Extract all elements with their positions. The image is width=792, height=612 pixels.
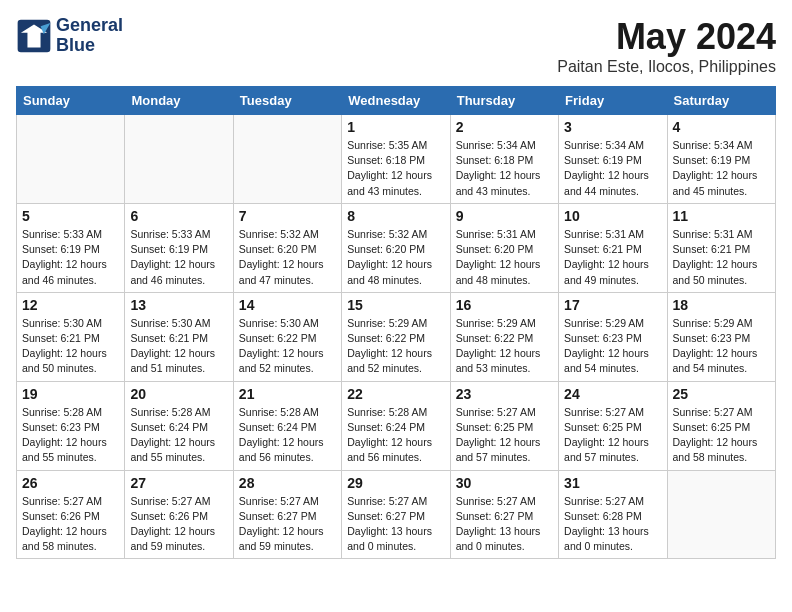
day-info: Sunrise: 5:34 AM Sunset: 6:19 PM Dayligh… [564, 138, 661, 199]
calendar-cell: 12Sunrise: 5:30 AM Sunset: 6:21 PM Dayli… [17, 292, 125, 381]
day-number: 12 [22, 297, 119, 313]
day-info: Sunrise: 5:30 AM Sunset: 6:21 PM Dayligh… [22, 316, 119, 377]
day-info: Sunrise: 5:31 AM Sunset: 6:21 PM Dayligh… [673, 227, 770, 288]
weekday-header: Saturday [667, 87, 775, 115]
calendar-cell: 9Sunrise: 5:31 AM Sunset: 6:20 PM Daylig… [450, 203, 558, 292]
logo-icon [16, 18, 52, 54]
day-info: Sunrise: 5:27 AM Sunset: 6:26 PM Dayligh… [22, 494, 119, 555]
calendar-cell: 7Sunrise: 5:32 AM Sunset: 6:20 PM Daylig… [233, 203, 341, 292]
day-info: Sunrise: 5:27 AM Sunset: 6:27 PM Dayligh… [456, 494, 553, 555]
calendar-week-row: 1Sunrise: 5:35 AM Sunset: 6:18 PM Daylig… [17, 115, 776, 204]
calendar-cell: 4Sunrise: 5:34 AM Sunset: 6:19 PM Daylig… [667, 115, 775, 204]
day-number: 17 [564, 297, 661, 313]
day-number: 24 [564, 386, 661, 402]
day-number: 16 [456, 297, 553, 313]
day-info: Sunrise: 5:29 AM Sunset: 6:23 PM Dayligh… [673, 316, 770, 377]
day-info: Sunrise: 5:28 AM Sunset: 6:24 PM Dayligh… [239, 405, 336, 466]
day-number: 27 [130, 475, 227, 491]
calendar-cell: 28Sunrise: 5:27 AM Sunset: 6:27 PM Dayli… [233, 470, 341, 559]
calendar-cell: 13Sunrise: 5:30 AM Sunset: 6:21 PM Dayli… [125, 292, 233, 381]
calendar-cell: 17Sunrise: 5:29 AM Sunset: 6:23 PM Dayli… [559, 292, 667, 381]
day-info: Sunrise: 5:27 AM Sunset: 6:27 PM Dayligh… [239, 494, 336, 555]
calendar-cell: 19Sunrise: 5:28 AM Sunset: 6:23 PM Dayli… [17, 381, 125, 470]
day-info: Sunrise: 5:33 AM Sunset: 6:19 PM Dayligh… [22, 227, 119, 288]
month-title: May 2024 [557, 16, 776, 58]
day-number: 9 [456, 208, 553, 224]
day-info: Sunrise: 5:27 AM Sunset: 6:26 PM Dayligh… [130, 494, 227, 555]
day-info: Sunrise: 5:29 AM Sunset: 6:22 PM Dayligh… [347, 316, 444, 377]
calendar-cell: 8Sunrise: 5:32 AM Sunset: 6:20 PM Daylig… [342, 203, 450, 292]
calendar-cell: 26Sunrise: 5:27 AM Sunset: 6:26 PM Dayli… [17, 470, 125, 559]
day-number: 22 [347, 386, 444, 402]
day-info: Sunrise: 5:27 AM Sunset: 6:28 PM Dayligh… [564, 494, 661, 555]
day-info: Sunrise: 5:28 AM Sunset: 6:24 PM Dayligh… [130, 405, 227, 466]
day-number: 13 [130, 297, 227, 313]
day-number: 8 [347, 208, 444, 224]
title-block: May 2024 Paitan Este, Ilocos, Philippine… [557, 16, 776, 76]
day-info: Sunrise: 5:32 AM Sunset: 6:20 PM Dayligh… [239, 227, 336, 288]
day-info: Sunrise: 5:27 AM Sunset: 6:27 PM Dayligh… [347, 494, 444, 555]
day-info: Sunrise: 5:35 AM Sunset: 6:18 PM Dayligh… [347, 138, 444, 199]
day-info: Sunrise: 5:30 AM Sunset: 6:22 PM Dayligh… [239, 316, 336, 377]
calendar-cell: 16Sunrise: 5:29 AM Sunset: 6:22 PM Dayli… [450, 292, 558, 381]
day-info: Sunrise: 5:27 AM Sunset: 6:25 PM Dayligh… [564, 405, 661, 466]
day-number: 7 [239, 208, 336, 224]
calendar-cell: 31Sunrise: 5:27 AM Sunset: 6:28 PM Dayli… [559, 470, 667, 559]
calendar-cell: 23Sunrise: 5:27 AM Sunset: 6:25 PM Dayli… [450, 381, 558, 470]
day-info: Sunrise: 5:34 AM Sunset: 6:18 PM Dayligh… [456, 138, 553, 199]
day-number: 5 [22, 208, 119, 224]
day-info: Sunrise: 5:28 AM Sunset: 6:23 PM Dayligh… [22, 405, 119, 466]
calendar-cell [233, 115, 341, 204]
weekday-header: Monday [125, 87, 233, 115]
logo-text: General Blue [56, 16, 123, 56]
weekday-header: Tuesday [233, 87, 341, 115]
location: Paitan Este, Ilocos, Philippines [557, 58, 776, 76]
day-number: 6 [130, 208, 227, 224]
day-number: 19 [22, 386, 119, 402]
calendar-cell: 14Sunrise: 5:30 AM Sunset: 6:22 PM Dayli… [233, 292, 341, 381]
calendar-cell: 1Sunrise: 5:35 AM Sunset: 6:18 PM Daylig… [342, 115, 450, 204]
calendar-cell: 6Sunrise: 5:33 AM Sunset: 6:19 PM Daylig… [125, 203, 233, 292]
calendar-cell: 10Sunrise: 5:31 AM Sunset: 6:21 PM Dayli… [559, 203, 667, 292]
calendar-cell: 30Sunrise: 5:27 AM Sunset: 6:27 PM Dayli… [450, 470, 558, 559]
calendar-week-row: 26Sunrise: 5:27 AM Sunset: 6:26 PM Dayli… [17, 470, 776, 559]
calendar-cell: 20Sunrise: 5:28 AM Sunset: 6:24 PM Dayli… [125, 381, 233, 470]
calendar-cell: 21Sunrise: 5:28 AM Sunset: 6:24 PM Dayli… [233, 381, 341, 470]
calendar-cell: 27Sunrise: 5:27 AM Sunset: 6:26 PM Dayli… [125, 470, 233, 559]
calendar-cell: 22Sunrise: 5:28 AM Sunset: 6:24 PM Dayli… [342, 381, 450, 470]
day-info: Sunrise: 5:31 AM Sunset: 6:20 PM Dayligh… [456, 227, 553, 288]
weekday-header: Wednesday [342, 87, 450, 115]
day-number: 30 [456, 475, 553, 491]
day-number: 14 [239, 297, 336, 313]
day-info: Sunrise: 5:28 AM Sunset: 6:24 PM Dayligh… [347, 405, 444, 466]
calendar-week-row: 19Sunrise: 5:28 AM Sunset: 6:23 PM Dayli… [17, 381, 776, 470]
day-info: Sunrise: 5:29 AM Sunset: 6:22 PM Dayligh… [456, 316, 553, 377]
logo: General Blue [16, 16, 123, 56]
page-header: General Blue May 2024 Paitan Este, Iloco… [16, 16, 776, 76]
calendar-cell: 5Sunrise: 5:33 AM Sunset: 6:19 PM Daylig… [17, 203, 125, 292]
day-number: 18 [673, 297, 770, 313]
calendar-cell: 3Sunrise: 5:34 AM Sunset: 6:19 PM Daylig… [559, 115, 667, 204]
calendar-cell [667, 470, 775, 559]
day-info: Sunrise: 5:27 AM Sunset: 6:25 PM Dayligh… [673, 405, 770, 466]
calendar-cell: 24Sunrise: 5:27 AM Sunset: 6:25 PM Dayli… [559, 381, 667, 470]
day-number: 3 [564, 119, 661, 135]
weekday-header: Friday [559, 87, 667, 115]
calendar-week-row: 5Sunrise: 5:33 AM Sunset: 6:19 PM Daylig… [17, 203, 776, 292]
calendar-cell [125, 115, 233, 204]
day-info: Sunrise: 5:33 AM Sunset: 6:19 PM Dayligh… [130, 227, 227, 288]
weekday-header-row: SundayMondayTuesdayWednesdayThursdayFrid… [17, 87, 776, 115]
day-number: 2 [456, 119, 553, 135]
day-number: 10 [564, 208, 661, 224]
day-info: Sunrise: 5:29 AM Sunset: 6:23 PM Dayligh… [564, 316, 661, 377]
day-info: Sunrise: 5:32 AM Sunset: 6:20 PM Dayligh… [347, 227, 444, 288]
calendar-cell: 25Sunrise: 5:27 AM Sunset: 6:25 PM Dayli… [667, 381, 775, 470]
day-number: 4 [673, 119, 770, 135]
day-number: 31 [564, 475, 661, 491]
day-number: 15 [347, 297, 444, 313]
day-info: Sunrise: 5:30 AM Sunset: 6:21 PM Dayligh… [130, 316, 227, 377]
calendar-cell: 18Sunrise: 5:29 AM Sunset: 6:23 PM Dayli… [667, 292, 775, 381]
day-number: 23 [456, 386, 553, 402]
calendar-cell [17, 115, 125, 204]
day-number: 11 [673, 208, 770, 224]
